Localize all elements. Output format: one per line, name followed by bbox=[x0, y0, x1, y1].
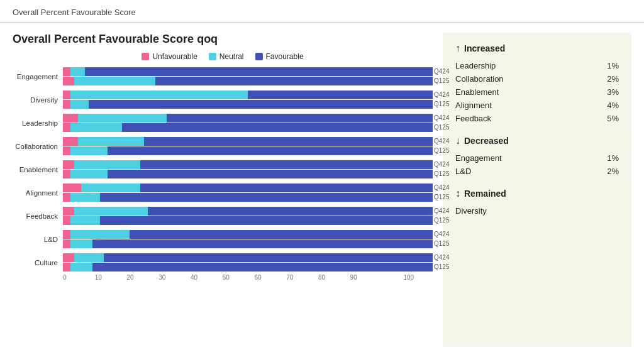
bar-track-q125: Q125 bbox=[63, 170, 433, 178]
bar-seg-unf bbox=[63, 184, 81, 192]
bar-seg-unf bbox=[63, 193, 70, 202]
stat-value: 2% bbox=[607, 167, 619, 176]
remained-arrow: ↕ bbox=[455, 188, 460, 199]
unfavourable-label: Unfavourable bbox=[152, 52, 197, 61]
bar-row: CollaborationQ424Q125 bbox=[13, 137, 433, 155]
bar-seg-neu bbox=[70, 216, 100, 225]
bar-track-q125: Q125 bbox=[63, 123, 433, 132]
bar-label: Diversity bbox=[13, 96, 63, 104]
q125-label: Q125 bbox=[434, 101, 452, 107]
stat-row: Collaboration2% bbox=[455, 72, 619, 85]
decreased-title: Decreased bbox=[464, 136, 509, 146]
bar-track-q424: Q424 bbox=[63, 253, 433, 262]
stat-row: Alignment4% bbox=[455, 99, 619, 112]
favourable-dot bbox=[255, 53, 263, 60]
bar-seg-unf bbox=[63, 114, 78, 123]
bar-seg-unf bbox=[63, 160, 74, 169]
bars-group: Q424Q125 bbox=[63, 207, 433, 225]
stat-row: L&D2% bbox=[455, 165, 619, 178]
q125-label: Q125 bbox=[434, 194, 452, 200]
bar-track-q125: Q125 bbox=[63, 263, 433, 272]
bar-seg-neu bbox=[70, 193, 100, 202]
right-panel: ↑ Increased Leadership1%Collaboration2%E… bbox=[443, 33, 631, 347]
bar-seg-fav bbox=[148, 207, 433, 216]
bar-seg-fav bbox=[140, 184, 433, 192]
stat-value: 5% bbox=[607, 114, 619, 123]
bar-seg-neu bbox=[70, 239, 92, 248]
bar-track-q424: Q424 bbox=[63, 184, 433, 192]
x-tick: 10 bbox=[95, 274, 127, 281]
stat-label: Alignment bbox=[455, 101, 492, 110]
bar-row: DiversityQ424Q125 bbox=[13, 90, 433, 109]
q125-label: Q125 bbox=[434, 124, 452, 131]
bar-seg-unf bbox=[63, 146, 70, 155]
bar-seg-neu bbox=[74, 207, 148, 216]
stat-label: L&D bbox=[455, 167, 471, 176]
bar-seg-fav bbox=[100, 193, 433, 202]
stat-value: 4% bbox=[607, 101, 619, 110]
bar-seg-fav bbox=[122, 123, 433, 132]
increased-header: ↑ Increased bbox=[455, 43, 619, 54]
q125-label: Q125 bbox=[434, 217, 452, 224]
legend-unfavourable: Unfavourable bbox=[142, 52, 197, 61]
bar-track-q424: Q424 bbox=[63, 90, 433, 99]
x-tick: 0 bbox=[63, 274, 95, 281]
stat-label: Engagement bbox=[455, 153, 502, 163]
bar-seg-fav bbox=[92, 263, 433, 272]
bar-seg-fav bbox=[85, 67, 433, 76]
bar-row: FeedbackQ424Q125 bbox=[13, 207, 433, 225]
bar-row: CultureQ424Q125 bbox=[13, 253, 433, 272]
x-tick: 70 bbox=[286, 274, 318, 281]
bar-label: Engagement bbox=[13, 73, 63, 80]
bar-seg-unf bbox=[63, 90, 70, 99]
bar-seg-neu bbox=[70, 170, 108, 178]
main-content: Overall Percent Favourable Score qoq Unf… bbox=[0, 23, 644, 353]
bar-seg-fav bbox=[100, 216, 433, 225]
q125-label: Q125 bbox=[434, 77, 452, 84]
bar-seg-fav bbox=[104, 253, 433, 262]
legend-favourable: Favourable bbox=[255, 52, 304, 61]
bar-seg-unf bbox=[63, 77, 74, 85]
bar-seg-unf bbox=[63, 239, 70, 248]
stat-value: 3% bbox=[607, 87, 619, 97]
bar-seg-neu bbox=[70, 146, 108, 155]
bar-seg-unf bbox=[63, 67, 70, 76]
bar-row: EnablementQ424Q125 bbox=[13, 160, 433, 178]
increased-rows: Leadership1%Collaboration2%Enablement3%A… bbox=[455, 59, 619, 125]
neutral-label: Neutral bbox=[219, 52, 244, 61]
bars-group: Q424Q125 bbox=[63, 160, 433, 178]
q125-label: Q125 bbox=[434, 170, 452, 177]
stat-row: Enablement3% bbox=[455, 85, 619, 99]
bar-seg-neu bbox=[81, 184, 140, 192]
bar-seg-neu bbox=[70, 230, 130, 239]
bar-seg-fav bbox=[248, 90, 433, 99]
bar-row: EngagementQ424Q125 bbox=[13, 67, 433, 85]
bar-seg-unf bbox=[63, 137, 78, 146]
bar-seg-neu bbox=[70, 263, 92, 272]
remained-rows: Diversity bbox=[455, 204, 619, 217]
bar-track-q424: Q424 bbox=[63, 67, 433, 76]
increased-arrow: ↑ bbox=[455, 43, 460, 54]
bar-seg-unf bbox=[63, 253, 74, 262]
bar-seg-fav bbox=[108, 170, 433, 178]
bar-seg-neu bbox=[70, 100, 89, 109]
bar-label: Alignment bbox=[13, 189, 63, 197]
bar-seg-unf bbox=[63, 263, 70, 272]
q125-label: Q125 bbox=[434, 240, 452, 247]
x-tick: 50 bbox=[223, 274, 255, 281]
bar-track-q125: Q125 bbox=[63, 193, 433, 202]
chart-container: EngagementQ424Q125DiversityQ424Q125Leade… bbox=[13, 67, 433, 272]
q424-label: Q424 bbox=[434, 114, 452, 121]
bar-label: Culture bbox=[13, 259, 63, 266]
bar-seg-unf bbox=[63, 207, 74, 216]
bar-seg-unf bbox=[63, 230, 70, 239]
q125-label: Q125 bbox=[434, 263, 452, 270]
bar-track-q424: Q424 bbox=[63, 137, 433, 146]
q424-label: Q424 bbox=[434, 138, 452, 145]
stat-label: Feedback bbox=[455, 114, 491, 123]
stat-row: Leadership1% bbox=[455, 59, 619, 72]
bar-track-q125: Q125 bbox=[63, 239, 433, 248]
bar-seg-neu bbox=[70, 67, 86, 76]
bar-track-q125: Q125 bbox=[63, 77, 433, 85]
bar-track-q424: Q424 bbox=[63, 114, 433, 123]
